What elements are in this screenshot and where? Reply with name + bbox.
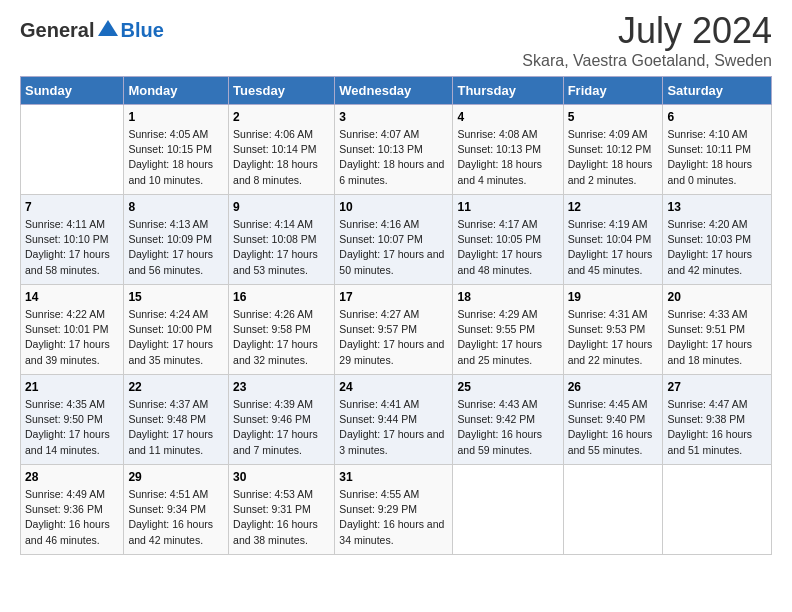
day-cell: 20 Sunrise: 4:33 AMSunset: 9:51 PMDaylig… [663, 285, 772, 375]
day-cell: 4 Sunrise: 4:08 AMSunset: 10:13 PMDaylig… [453, 105, 563, 195]
day-number: 7 [25, 200, 119, 214]
day-cell: 27 Sunrise: 4:47 AMSunset: 9:38 PMDaylig… [663, 375, 772, 465]
week-row-4: 21 Sunrise: 4:35 AMSunset: 9:50 PMDaylig… [21, 375, 772, 465]
main-title: July 2024 [522, 10, 772, 52]
header-cell-wednesday: Wednesday [335, 77, 453, 105]
logo: General Blue [20, 18, 164, 42]
day-cell: 6 Sunrise: 4:10 AMSunset: 10:11 PMDaylig… [663, 105, 772, 195]
day-info: Sunrise: 4:13 AMSunset: 10:09 PMDaylight… [128, 217, 224, 278]
day-info: Sunrise: 4:49 AMSunset: 9:36 PMDaylight:… [25, 487, 119, 548]
day-info: Sunrise: 4:35 AMSunset: 9:50 PMDaylight:… [25, 397, 119, 458]
day-cell: 8 Sunrise: 4:13 AMSunset: 10:09 PMDaylig… [124, 195, 229, 285]
day-info: Sunrise: 4:22 AMSunset: 10:01 PMDaylight… [25, 307, 119, 368]
day-info: Sunrise: 4:51 AMSunset: 9:34 PMDaylight:… [128, 487, 224, 548]
day-info: Sunrise: 4:45 AMSunset: 9:40 PMDaylight:… [568, 397, 659, 458]
day-cell: 26 Sunrise: 4:45 AMSunset: 9:40 PMDaylig… [563, 375, 663, 465]
day-info: Sunrise: 4:06 AMSunset: 10:14 PMDaylight… [233, 127, 330, 188]
day-info: Sunrise: 4:53 AMSunset: 9:31 PMDaylight:… [233, 487, 330, 548]
day-info: Sunrise: 4:14 AMSunset: 10:08 PMDaylight… [233, 217, 330, 278]
day-info: Sunrise: 4:24 AMSunset: 10:00 PMDaylight… [128, 307, 224, 368]
title-block: July 2024 Skara, Vaestra Goetaland, Swed… [522, 10, 772, 70]
day-cell: 9 Sunrise: 4:14 AMSunset: 10:08 PMDaylig… [229, 195, 335, 285]
day-cell: 5 Sunrise: 4:09 AMSunset: 10:12 PMDaylig… [563, 105, 663, 195]
day-cell: 13 Sunrise: 4:20 AMSunset: 10:03 PMDayli… [663, 195, 772, 285]
day-cell: 24 Sunrise: 4:41 AMSunset: 9:44 PMDaylig… [335, 375, 453, 465]
day-number: 21 [25, 380, 119, 394]
day-cell: 22 Sunrise: 4:37 AMSunset: 9:48 PMDaylig… [124, 375, 229, 465]
day-number: 10 [339, 200, 448, 214]
day-info: Sunrise: 4:17 AMSunset: 10:05 PMDaylight… [457, 217, 558, 278]
day-cell: 23 Sunrise: 4:39 AMSunset: 9:46 PMDaylig… [229, 375, 335, 465]
day-info: Sunrise: 4:16 AMSunset: 10:07 PMDaylight… [339, 217, 448, 278]
day-info: Sunrise: 4:33 AMSunset: 9:51 PMDaylight:… [667, 307, 767, 368]
day-info: Sunrise: 4:11 AMSunset: 10:10 PMDaylight… [25, 217, 119, 278]
day-cell [663, 465, 772, 555]
day-number: 1 [128, 110, 224, 124]
day-info: Sunrise: 4:43 AMSunset: 9:42 PMDaylight:… [457, 397, 558, 458]
day-number: 4 [457, 110, 558, 124]
day-cell: 14 Sunrise: 4:22 AMSunset: 10:01 PMDayli… [21, 285, 124, 375]
day-info: Sunrise: 4:07 AMSunset: 10:13 PMDaylight… [339, 127, 448, 188]
day-cell: 29 Sunrise: 4:51 AMSunset: 9:34 PMDaylig… [124, 465, 229, 555]
header-cell-thursday: Thursday [453, 77, 563, 105]
day-info: Sunrise: 4:27 AMSunset: 9:57 PMDaylight:… [339, 307, 448, 368]
header-cell-monday: Monday [124, 77, 229, 105]
day-info: Sunrise: 4:29 AMSunset: 9:55 PMDaylight:… [457, 307, 558, 368]
day-cell [21, 105, 124, 195]
day-number: 3 [339, 110, 448, 124]
logo-general: General [20, 19, 94, 42]
day-info: Sunrise: 4:20 AMSunset: 10:03 PMDaylight… [667, 217, 767, 278]
day-number: 2 [233, 110, 330, 124]
day-cell: 28 Sunrise: 4:49 AMSunset: 9:36 PMDaylig… [21, 465, 124, 555]
day-number: 18 [457, 290, 558, 304]
day-number: 19 [568, 290, 659, 304]
day-number: 27 [667, 380, 767, 394]
day-number: 26 [568, 380, 659, 394]
day-number: 25 [457, 380, 558, 394]
day-cell: 17 Sunrise: 4:27 AMSunset: 9:57 PMDaylig… [335, 285, 453, 375]
day-cell: 30 Sunrise: 4:53 AMSunset: 9:31 PMDaylig… [229, 465, 335, 555]
day-number: 5 [568, 110, 659, 124]
day-number: 29 [128, 470, 224, 484]
day-cell: 21 Sunrise: 4:35 AMSunset: 9:50 PMDaylig… [21, 375, 124, 465]
day-cell [453, 465, 563, 555]
week-row-2: 7 Sunrise: 4:11 AMSunset: 10:10 PMDaylig… [21, 195, 772, 285]
day-cell [563, 465, 663, 555]
day-cell: 10 Sunrise: 4:16 AMSunset: 10:07 PMDayli… [335, 195, 453, 285]
day-cell: 31 Sunrise: 4:55 AMSunset: 9:29 PMDaylig… [335, 465, 453, 555]
day-number: 14 [25, 290, 119, 304]
day-cell: 16 Sunrise: 4:26 AMSunset: 9:58 PMDaylig… [229, 285, 335, 375]
day-info: Sunrise: 4:05 AMSunset: 10:15 PMDaylight… [128, 127, 224, 188]
logo-blue: Blue [120, 19, 163, 42]
week-row-3: 14 Sunrise: 4:22 AMSunset: 10:01 PMDayli… [21, 285, 772, 375]
day-cell: 12 Sunrise: 4:19 AMSunset: 10:04 PMDayli… [563, 195, 663, 285]
day-info: Sunrise: 4:10 AMSunset: 10:11 PMDaylight… [667, 127, 767, 188]
day-info: Sunrise: 4:55 AMSunset: 9:29 PMDaylight:… [339, 487, 448, 548]
day-cell: 19 Sunrise: 4:31 AMSunset: 9:53 PMDaylig… [563, 285, 663, 375]
day-cell: 11 Sunrise: 4:17 AMSunset: 10:05 PMDayli… [453, 195, 563, 285]
day-cell: 18 Sunrise: 4:29 AMSunset: 9:55 PMDaylig… [453, 285, 563, 375]
day-number: 16 [233, 290, 330, 304]
day-number: 6 [667, 110, 767, 124]
day-number: 8 [128, 200, 224, 214]
day-cell: 1 Sunrise: 4:05 AMSunset: 10:15 PMDaylig… [124, 105, 229, 195]
header-row: SundayMondayTuesdayWednesdayThursdayFrid… [21, 77, 772, 105]
day-info: Sunrise: 4:09 AMSunset: 10:12 PMDaylight… [568, 127, 659, 188]
day-number: 9 [233, 200, 330, 214]
day-cell: 7 Sunrise: 4:11 AMSunset: 10:10 PMDaylig… [21, 195, 124, 285]
day-number: 30 [233, 470, 330, 484]
svg-marker-0 [98, 20, 118, 36]
day-info: Sunrise: 4:19 AMSunset: 10:04 PMDaylight… [568, 217, 659, 278]
day-cell: 2 Sunrise: 4:06 AMSunset: 10:14 PMDaylig… [229, 105, 335, 195]
day-number: 24 [339, 380, 448, 394]
day-number: 20 [667, 290, 767, 304]
page-header: General Blue July 2024 Skara, Vaestra Go… [20, 10, 772, 70]
day-number: 23 [233, 380, 330, 394]
day-number: 12 [568, 200, 659, 214]
day-number: 22 [128, 380, 224, 394]
subtitle: Skara, Vaestra Goetaland, Sweden [522, 52, 772, 70]
day-info: Sunrise: 4:41 AMSunset: 9:44 PMDaylight:… [339, 397, 448, 458]
week-row-5: 28 Sunrise: 4:49 AMSunset: 9:36 PMDaylig… [21, 465, 772, 555]
day-number: 17 [339, 290, 448, 304]
day-cell: 15 Sunrise: 4:24 AMSunset: 10:00 PMDayli… [124, 285, 229, 375]
